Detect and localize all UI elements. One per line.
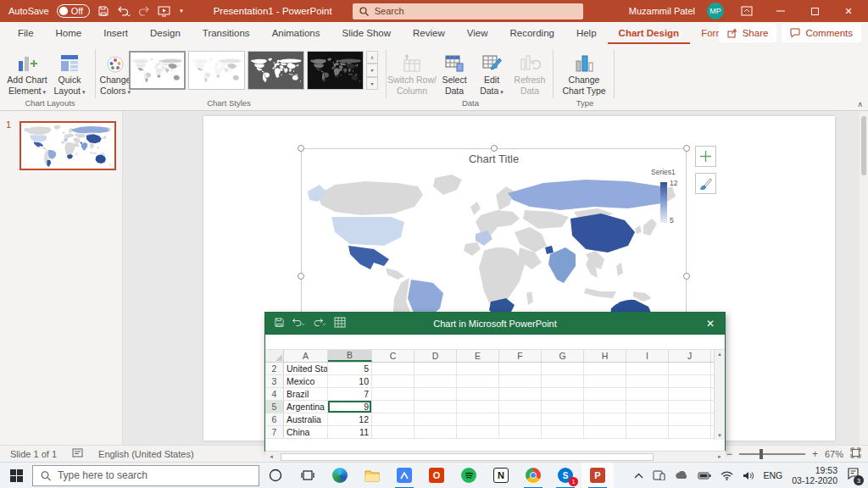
gallery-down-button[interactable]: ▾ — [366, 64, 378, 76]
cell-a3[interactable]: Mexico — [284, 375, 328, 387]
zoom-in-button[interactable]: + — [812, 448, 818, 460]
cell-b6[interactable]: 12 — [328, 413, 372, 425]
notification-center-button[interactable]: 3 — [847, 468, 860, 483]
battery-icon[interactable] — [698, 472, 711, 480]
search-input[interactable] — [375, 6, 576, 16]
ribbon-display-options-icon[interactable] — [736, 2, 758, 20]
empty-cells[interactable] — [372, 363, 725, 374]
taskbar-file-explorer[interactable] — [356, 463, 388, 488]
notes-icon[interactable] — [72, 448, 83, 459]
tab-slide-show[interactable]: Slide Show — [331, 22, 403, 44]
selection-handle-top-left[interactable] — [298, 145, 304, 152]
row-header[interactable]: 4 — [265, 388, 284, 400]
scroll-down-icon[interactable]: ▼ — [717, 433, 722, 438]
user-name[interactable]: Muzammil Patel — [629, 6, 695, 16]
row-header[interactable]: 5 — [265, 401, 284, 413]
zoom-slider-thumb[interactable] — [760, 449, 763, 459]
taskbar-chrome[interactable] — [517, 463, 549, 488]
language-indicator[interactable]: ENG — [764, 470, 783, 480]
taskbar-powerpoint[interactable]: P — [581, 463, 614, 488]
tab-animations[interactable]: Animations — [261, 22, 331, 44]
zoom-level[interactable]: 67% — [825, 449, 843, 459]
collapse-ribbon-icon[interactable]: ∧ — [857, 100, 863, 108]
chart-styles-button[interactable] — [695, 173, 716, 194]
avatar[interactable]: MP — [707, 3, 724, 19]
search-box[interactable] — [353, 3, 583, 19]
column-header-e[interactable]: E — [457, 350, 499, 362]
slide-thumbnail[interactable] — [19, 121, 116, 170]
cell-a7[interactable]: China — [284, 426, 328, 438]
column-header-b[interactable]: B — [328, 350, 372, 362]
cell-b2[interactable]: 5 — [328, 363, 372, 374]
excel-redo-icon[interactable] — [313, 316, 327, 331]
chart-legend[interactable]: Series1 12 5 — [651, 168, 687, 176]
column-header-g[interactable]: G — [542, 350, 584, 362]
empty-cells[interactable] — [372, 388, 725, 400]
column-header-f[interactable]: F — [499, 350, 542, 362]
start-slideshow-icon[interactable] — [158, 6, 170, 17]
cell-a6[interactable]: Australia — [284, 413, 328, 425]
onedrive-icon[interactable] — [675, 471, 688, 480]
tab-view[interactable]: View — [456, 22, 499, 44]
chart-elements-button[interactable] — [695, 146, 716, 167]
cell-a5[interactable]: Argentina — [284, 401, 328, 413]
row-header[interactable]: 2 — [265, 363, 284, 374]
save-icon[interactable] — [97, 5, 109, 17]
column-header-d[interactable]: D — [415, 350, 457, 362]
column-header-j[interactable]: J — [669, 350, 711, 362]
excel-undo-icon[interactable] — [292, 316, 306, 331]
zoom-out-button[interactable]: − — [726, 448, 732, 460]
taskbar-notion[interactable]: N — [485, 463, 517, 488]
excel-vertical-scrollbar[interactable]: ▲ ▼ — [714, 350, 725, 440]
cortana-button[interactable] — [259, 463, 292, 488]
column-header-a[interactable]: A — [284, 350, 328, 362]
wifi-icon[interactable] — [721, 471, 733, 480]
empty-cells[interactable] — [372, 375, 725, 387]
cell-b7[interactable]: 11 — [328, 426, 372, 438]
change-chart-type-button[interactable]: Change Chart Type — [558, 49, 610, 103]
cell-a2[interactable]: United Sta — [284, 363, 328, 374]
selection-handle-mid-right[interactable] — [683, 273, 690, 280]
edit-data-button[interactable]: Edit Data▾ — [473, 49, 510, 103]
taskbar-skype[interactable]: S1 — [549, 463, 581, 488]
tab-help[interactable]: Help — [565, 22, 608, 44]
tab-home[interactable]: Home — [45, 22, 93, 44]
cell-b4[interactable]: 7 — [328, 388, 372, 400]
clock[interactable]: 19:5303-12-2020 — [792, 465, 837, 485]
redo-icon[interactable] — [138, 6, 150, 17]
comments-button[interactable]: Comments — [782, 24, 861, 42]
tab-review[interactable]: Review — [402, 22, 456, 44]
scroll-right-icon[interactable]: ► — [714, 454, 726, 459]
excel-horizontal-scrollbar[interactable]: ◄ ► — [265, 451, 726, 462]
autosave-toggle[interactable]: Off — [57, 4, 90, 18]
slide-indicator[interactable]: Slide 1 of 1 — [10, 449, 57, 459]
row-header[interactable]: 6 — [265, 413, 284, 425]
taskbar-search-input[interactable] — [58, 469, 251, 481]
gallery-up-button[interactable]: ∧ — [366, 51, 378, 64]
scrollbar-thumb[interactable] — [281, 453, 654, 461]
empty-cells[interactable] — [372, 401, 725, 413]
select-all-corner[interactable] — [265, 350, 284, 362]
tab-chart-design[interactable]: Chart Design — [608, 22, 691, 44]
scroll-up-icon[interactable]: ▲ — [717, 352, 722, 357]
scroll-left-icon[interactable]: ◄ — [265, 454, 277, 459]
change-colors-button[interactable]: Change Colors▾ — [101, 49, 130, 103]
column-header-c[interactable]: C — [372, 350, 415, 362]
tab-recording[interactable]: Recording — [499, 22, 565, 44]
excel-save-icon[interactable] — [274, 316, 285, 331]
taskbar-spotify[interactable] — [453, 463, 485, 488]
quick-access-more-icon[interactable]: ▾ — [180, 8, 183, 14]
your-phone-icon[interactable] — [653, 470, 665, 480]
task-view-button[interactable] — [292, 463, 324, 488]
selection-handle-top-center[interactable] — [491, 145, 498, 152]
cell-b5-selected[interactable]: 9 — [328, 401, 372, 413]
chart-style-3[interactable] — [248, 51, 304, 90]
share-button[interactable]: Share — [719, 24, 777, 42]
column-header-i[interactable]: I — [626, 350, 669, 362]
quick-layout-button[interactable]: Quick Layout▾ — [47, 49, 92, 103]
minimize-button[interactable] — [770, 2, 792, 20]
restore-button[interactable] — [804, 2, 826, 20]
volume-icon[interactable] — [743, 471, 754, 480]
start-button[interactable] — [0, 463, 32, 488]
selection-handle-top-right[interactable] — [683, 145, 690, 152]
